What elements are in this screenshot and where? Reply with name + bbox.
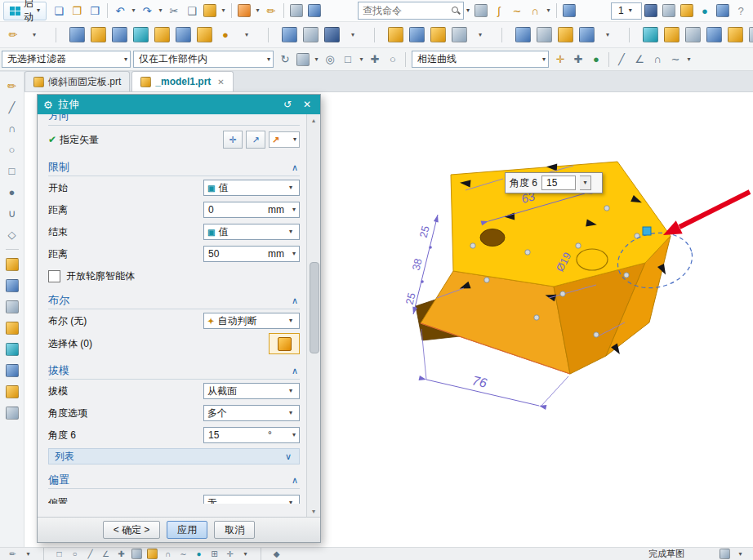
chevron-down-icon[interactable]: ▾ [289,207,299,213]
circle-icon[interactable]: ○ [4,140,20,158]
end-mode-dropdown[interactable]: ▣ 值 ▾ [203,224,300,240]
paste-icon[interactable] [202,2,218,20]
line-tool-icon[interactable]: ╱ [83,549,97,560]
start-menu-button[interactable]: 启动 ▾ [3,2,47,20]
intersect-icon[interactable] [322,24,341,46]
search-icon[interactable] [451,6,461,16]
snapshot-caret-icon[interactable]: ▾ [313,51,320,69]
end-distance-field[interactable]: 50 mm ▾ [203,246,300,262]
spline-icon[interactable]: ∫ [491,2,507,20]
boolean-caret-icon[interactable]: ▾ [343,24,363,46]
boolean-section-header[interactable]: 布尔 ∧ [48,292,300,309]
cylinder-icon[interactable] [173,24,193,46]
snap-midpoint-icon[interactable]: ✚ [570,51,586,69]
open-profile-checkbox[interactable] [48,270,60,282]
revolve-icon[interactable] [109,24,129,46]
view-cube-icon[interactable] [643,2,659,20]
pocket-mini-icon[interactable] [4,383,20,401]
scope-combo[interactable]: 仅在工作部件内 ▾ [133,51,274,68]
arc-mini-icon[interactable]: ∩ [161,549,175,560]
pattern-caret-icon[interactable]: ▾ [598,24,617,46]
polygon-icon[interactable]: ◇ [4,225,20,243]
snap-end-icon[interactable]: ● [588,51,604,69]
copy-icon[interactable]: ❑ [184,2,200,20]
datum-tool-icon[interactable] [561,2,577,20]
expand-chevron-icon[interactable]: ∨ [285,451,293,462]
arc-icon[interactable]: ∩ [4,119,20,137]
snap-point-icon[interactable]: ✛ [552,51,568,69]
offset-face-icon[interactable] [640,24,660,46]
point-icon[interactable]: ● [4,183,20,201]
boss-mini-icon[interactable] [4,362,20,380]
status-cube-icon[interactable] [718,549,732,560]
extrude-mini-icon[interactable] [4,256,20,273]
block-icon[interactable] [152,24,172,46]
selection-filter-combo[interactable]: 无选择过滤器 ▾ [2,51,131,68]
touch-mode-icon[interactable] [473,2,489,20]
new-file-icon[interactable]: ❏ [51,2,67,20]
reverse-direction-button[interactable]: ↗ [246,131,265,149]
refresh-icon[interactable]: ↻ [277,51,293,69]
thicken-icon[interactable] [662,24,681,46]
curve-snap-icon[interactable]: ∼ [667,51,684,69]
rect-tool-icon[interactable]: □ [52,549,66,560]
angle-value-field[interactable]: 15 ° ▾ [203,427,300,443]
point-mini-icon[interactable]: ● [192,549,206,560]
dimension-icon[interactable] [145,549,159,560]
save-icon[interactable]: ❒ [87,2,103,20]
edge-blend-icon[interactable] [385,24,405,46]
sketch-tool-caret-icon[interactable]: ▾ [21,549,35,560]
sketch-caret-icon[interactable]: ▾ [25,24,44,46]
profile-icon[interactable]: ✏ [4,77,20,95]
unite-icon[interactable] [279,24,299,46]
scroll-down-icon[interactable]: ▾ [312,505,315,517]
trim-body-icon[interactable] [513,24,532,46]
draft-feature-icon[interactable] [428,24,448,46]
tube-icon[interactable] [704,24,724,46]
scrollbar-track[interactable] [309,126,319,505]
circle-select-icon[interactable]: ○ [385,51,401,69]
constraint-icon[interactable] [130,549,144,560]
undo-icon[interactable]: ↶ [112,2,128,20]
curve-rule-combo[interactable]: 相连曲线 ▾ [412,51,549,68]
grid-icon[interactable]: ⊞ [207,549,221,560]
collapse-chevron-icon[interactable]: ∧ [292,366,300,376]
shell-icon[interactable] [449,24,469,46]
limits-section-header[interactable]: 限制 ∧ [48,159,300,176]
dialog-close-button[interactable]: ✕ [300,99,314,110]
start-mode-dropdown[interactable]: ▣ 值 ▾ [203,180,300,196]
sketch-tool-icon[interactable]: ✏ [6,549,20,560]
collapse-chevron-icon[interactable]: ∧ [292,296,300,306]
arc-tool-icon[interactable]: ∩ [527,2,543,20]
emboss-icon[interactable] [746,24,753,46]
split-body-icon[interactable] [534,24,554,46]
dialog-reset-button[interactable]: ↺ [280,99,295,110]
status-hint[interactable]: 完成草图 [648,548,684,560]
hole-mini-icon[interactable] [4,340,20,358]
revolve-mini-icon[interactable] [4,277,20,295]
pad-mini-icon[interactable] [4,404,20,422]
shade-mode-icon[interactable] [661,2,677,20]
paste-caret-icon[interactable]: ▾ [220,2,227,20]
angle-onscreen-input[interactable]: 角度 6 15 ▾ [505,172,603,193]
pattern-feature-icon[interactable] [555,24,575,46]
selection-handle[interactable] [643,227,651,235]
mini-caret-icon[interactable]: ▾ [238,549,252,560]
curve-caret-icon[interactable]: ▾ [545,2,552,20]
search-caret-icon[interactable]: ▾ [466,7,470,14]
line-icon[interactable]: ╱ [4,98,20,116]
circle-tool-icon[interactable]: ○ [68,549,82,560]
sweep-icon[interactable] [725,24,745,46]
plus-tool-icon[interactable]: ✚ [114,549,128,560]
hole-icon[interactable] [131,24,150,46]
subtract-icon[interactable] [301,24,320,46]
blend-mini-icon[interactable] [4,319,20,337]
window-icon[interactable] [715,2,731,20]
extrude-icon[interactable] [88,24,108,46]
angle-option-dropdown[interactable]: 多个 ▾ [203,405,300,421]
search-input[interactable] [361,4,451,17]
command-finder[interactable] [358,2,464,20]
chevron-down-icon[interactable]: ▾ [289,432,299,438]
snap-caret-icon[interactable]: ▾ [685,51,693,69]
fillet-icon[interactable]: ∪ [4,204,20,222]
